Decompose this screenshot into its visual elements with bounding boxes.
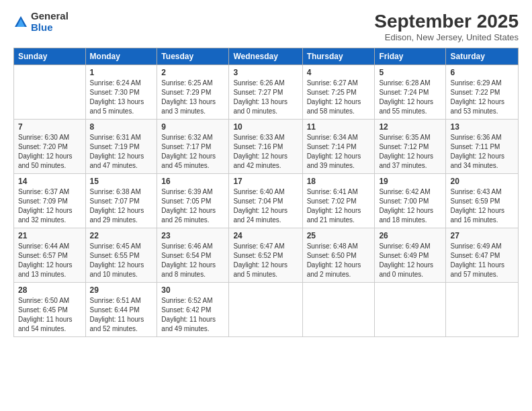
- day-number: 19: [379, 177, 441, 186]
- calendar-cell: 14Sunrise: 6:37 AMSunset: 7:09 PMDayligh…: [14, 174, 86, 228]
- day-number: 3: [233, 68, 298, 77]
- day-number: 8: [90, 122, 153, 132]
- day-number: 26: [379, 231, 441, 240]
- calendar-cell: 2Sunrise: 6:25 AMSunset: 7:29 PMDaylight…: [157, 65, 229, 120]
- calendar-cell: 26Sunrise: 6:49 AMSunset: 6:49 PMDayligh…: [375, 228, 446, 283]
- week-row-1: 7Sunrise: 6:30 AMSunset: 7:20 PMDaylight…: [14, 120, 519, 174]
- day-info: Sunrise: 6:36 AMSunset: 7:11 PMDaylight:…: [450, 134, 504, 169]
- day-info: Sunrise: 6:31 AMSunset: 7:19 PMDaylight:…: [90, 134, 144, 169]
- calendar: SundayMondayTuesdayWednesdayThursdayFrid…: [13, 48, 519, 337]
- calendar-cell: 16Sunrise: 6:39 AMSunset: 7:05 PMDayligh…: [157, 174, 229, 228]
- day-info: Sunrise: 6:25 AMSunset: 7:29 PMDaylight:…: [161, 79, 216, 115]
- day-header-friday: Friday: [375, 48, 446, 65]
- calendar-cell: 30Sunrise: 6:52 AMSunset: 6:42 PMDayligh…: [157, 283, 229, 337]
- day-info: Sunrise: 6:47 AMSunset: 6:52 PMDaylight:…: [233, 242, 287, 278]
- day-info: Sunrise: 6:29 AMSunset: 7:22 PMDaylight:…: [450, 79, 504, 115]
- day-info: Sunrise: 6:34 AMSunset: 7:14 PMDaylight:…: [307, 134, 361, 169]
- title-block: September 2025 Edison, New Jersey, Unite…: [374, 11, 519, 42]
- week-row-4: 28Sunrise: 6:50 AMSunset: 6:45 PMDayligh…: [14, 283, 519, 337]
- calendar-cell: 27Sunrise: 6:49 AMSunset: 6:47 PMDayligh…: [446, 228, 519, 283]
- calendar-cell: 5Sunrise: 6:28 AMSunset: 7:24 PMDaylight…: [375, 65, 446, 120]
- calendar-cell: [302, 283, 375, 337]
- main-title: September 2025: [374, 11, 519, 32]
- day-info: Sunrise: 6:24 AMSunset: 7:30 PMDaylight:…: [90, 79, 144, 115]
- calendar-header-row: SundayMondayTuesdayWednesdayThursdayFrid…: [14, 48, 519, 65]
- calendar-cell: 9Sunrise: 6:32 AMSunset: 7:17 PMDaylight…: [157, 120, 229, 174]
- day-number: 14: [18, 177, 81, 186]
- day-info: Sunrise: 6:30 AMSunset: 7:20 PMDaylight:…: [18, 134, 73, 169]
- calendar-cell: 10Sunrise: 6:33 AMSunset: 7:16 PMDayligh…: [229, 120, 302, 174]
- logo-blue: Blue: [31, 22, 69, 34]
- day-info: Sunrise: 6:42 AMSunset: 7:00 PMDaylight:…: [379, 188, 433, 224]
- calendar-cell: [14, 65, 86, 120]
- day-number: 25: [307, 231, 371, 240]
- day-number: 21: [18, 231, 81, 240]
- day-number: 15: [90, 177, 153, 186]
- day-header-thursday: Thursday: [302, 48, 375, 65]
- calendar-cell: 28Sunrise: 6:50 AMSunset: 6:45 PMDayligh…: [14, 283, 86, 337]
- day-info: Sunrise: 6:49 AMSunset: 6:49 PMDaylight:…: [379, 242, 433, 278]
- day-info: Sunrise: 6:26 AMSunset: 7:27 PMDaylight:…: [233, 79, 287, 115]
- calendar-cell: 3Sunrise: 6:26 AMSunset: 7:27 PMDaylight…: [229, 65, 302, 120]
- day-info: Sunrise: 6:44 AMSunset: 6:57 PMDaylight:…: [18, 242, 73, 278]
- day-number: 22: [90, 231, 153, 240]
- day-header-saturday: Saturday: [446, 48, 519, 65]
- day-number: 17: [233, 177, 298, 186]
- day-number: 24: [233, 231, 298, 240]
- day-info: Sunrise: 6:43 AMSunset: 6:59 PMDaylight:…: [450, 188, 504, 224]
- calendar-cell: 1Sunrise: 6:24 AMSunset: 7:30 PMDaylight…: [85, 65, 157, 120]
- day-info: Sunrise: 6:46 AMSunset: 6:54 PMDaylight:…: [161, 242, 216, 278]
- day-info: Sunrise: 6:45 AMSunset: 6:55 PMDaylight:…: [90, 242, 144, 278]
- day-number: 12: [379, 122, 441, 132]
- calendar-cell: 4Sunrise: 6:27 AMSunset: 7:25 PMDaylight…: [302, 65, 375, 120]
- day-number: 30: [161, 285, 224, 295]
- day-info: Sunrise: 6:39 AMSunset: 7:05 PMDaylight:…: [161, 188, 216, 224]
- calendar-cell: 6Sunrise: 6:29 AMSunset: 7:22 PMDaylight…: [446, 65, 519, 120]
- calendar-cell: 23Sunrise: 6:46 AMSunset: 6:54 PMDayligh…: [157, 228, 229, 283]
- day-header-monday: Monday: [85, 48, 157, 65]
- calendar-cell: 21Sunrise: 6:44 AMSunset: 6:57 PMDayligh…: [14, 228, 86, 283]
- day-number: 18: [307, 177, 371, 186]
- day-number: 27: [450, 231, 514, 240]
- calendar-cell: 24Sunrise: 6:47 AMSunset: 6:52 PMDayligh…: [229, 228, 302, 283]
- day-info: Sunrise: 6:52 AMSunset: 6:42 PMDaylight:…: [161, 297, 216, 332]
- logo-icon: [13, 15, 28, 30]
- calendar-cell: 15Sunrise: 6:38 AMSunset: 7:07 PMDayligh…: [85, 174, 157, 228]
- day-info: Sunrise: 6:48 AMSunset: 6:50 PMDaylight:…: [307, 242, 361, 278]
- day-info: Sunrise: 6:40 AMSunset: 7:04 PMDaylight:…: [233, 188, 287, 224]
- day-header-wednesday: Wednesday: [229, 48, 302, 65]
- week-row-3: 21Sunrise: 6:44 AMSunset: 6:57 PMDayligh…: [14, 228, 519, 283]
- calendar-cell: [229, 283, 302, 337]
- day-info: Sunrise: 6:32 AMSunset: 7:17 PMDaylight:…: [161, 134, 216, 169]
- day-number: 20: [450, 177, 514, 186]
- week-row-0: 1Sunrise: 6:24 AMSunset: 7:30 PMDaylight…: [14, 65, 519, 120]
- day-info: Sunrise: 6:50 AMSunset: 6:45 PMDaylight:…: [18, 297, 73, 332]
- day-number: 6: [450, 68, 514, 77]
- calendar-cell: 7Sunrise: 6:30 AMSunset: 7:20 PMDaylight…: [14, 120, 86, 174]
- day-number: 10: [233, 122, 298, 132]
- calendar-cell: [375, 283, 446, 337]
- day-number: 5: [379, 68, 441, 77]
- calendar-cell: 22Sunrise: 6:45 AMSunset: 6:55 PMDayligh…: [85, 228, 157, 283]
- header: General Blue September 2025 Edison, New …: [13, 11, 519, 42]
- calendar-cell: 18Sunrise: 6:41 AMSunset: 7:02 PMDayligh…: [302, 174, 375, 228]
- day-info: Sunrise: 6:38 AMSunset: 7:07 PMDaylight:…: [90, 188, 144, 224]
- day-info: Sunrise: 6:35 AMSunset: 7:12 PMDaylight:…: [379, 134, 433, 169]
- day-info: Sunrise: 6:28 AMSunset: 7:24 PMDaylight:…: [379, 79, 433, 115]
- calendar-cell: 29Sunrise: 6:51 AMSunset: 6:44 PMDayligh…: [85, 283, 157, 337]
- calendar-cell: 25Sunrise: 6:48 AMSunset: 6:50 PMDayligh…: [302, 228, 375, 283]
- day-number: 29: [90, 285, 153, 295]
- day-header-sunday: Sunday: [14, 48, 86, 65]
- day-info: Sunrise: 6:27 AMSunset: 7:25 PMDaylight:…: [307, 79, 361, 115]
- calendar-cell: 20Sunrise: 6:43 AMSunset: 6:59 PMDayligh…: [446, 174, 519, 228]
- day-info: Sunrise: 6:33 AMSunset: 7:16 PMDaylight:…: [233, 134, 287, 169]
- calendar-cell: 19Sunrise: 6:42 AMSunset: 7:00 PMDayligh…: [375, 174, 446, 228]
- day-number: 2: [161, 68, 224, 77]
- day-info: Sunrise: 6:41 AMSunset: 7:02 PMDaylight:…: [307, 188, 361, 224]
- calendar-cell: 17Sunrise: 6:40 AMSunset: 7:04 PMDayligh…: [229, 174, 302, 228]
- day-number: 1: [90, 68, 153, 77]
- day-number: 23: [161, 231, 224, 240]
- day-info: Sunrise: 6:37 AMSunset: 7:09 PMDaylight:…: [18, 188, 73, 224]
- logo-general: General: [31, 11, 69, 22]
- day-info: Sunrise: 6:49 AMSunset: 6:47 PMDaylight:…: [450, 242, 504, 278]
